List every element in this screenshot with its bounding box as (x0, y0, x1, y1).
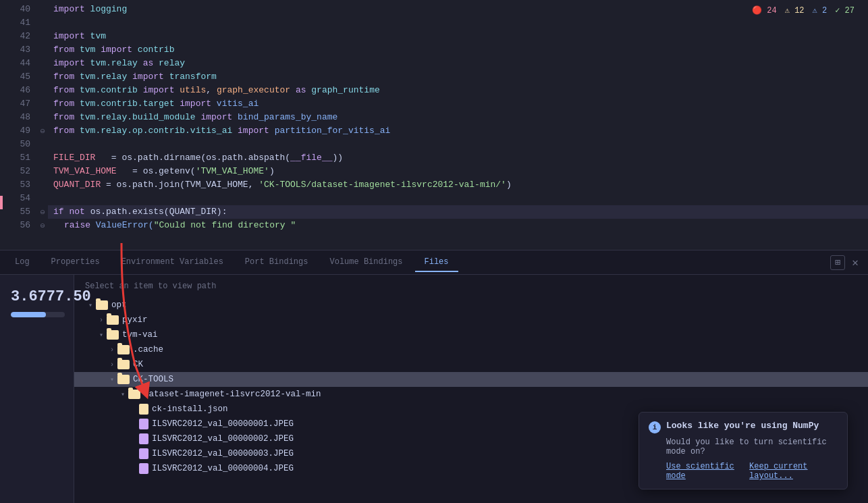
numpy-popup-title-row: i Looks like you're using NumPy (649, 421, 838, 433)
numpy-link-scientific[interactable]: Use scientific mode (666, 462, 742, 481)
tree-label-cache: .cache (133, 345, 163, 354)
tab-environment-variables[interactable]: Environment Variables (112, 253, 233, 272)
stat-panel: 3.6777.50 (0, 275, 74, 503)
chevron-pyxir: › (96, 317, 107, 324)
file-icon-ck-install (139, 404, 148, 415)
chevron-cache: › (107, 346, 117, 354)
tree-label-jpeg4: ILSVRC2012_val_00000004.JPEG (152, 464, 294, 473)
tree-label-jpeg1: ILSVRC2012_val_00000001.JPEG (152, 419, 294, 429)
chevron-ck-tools: ▾ (107, 375, 117, 383)
stat-progress-fill (11, 312, 46, 317)
editor-indicators: 🔴 24 ⚠ 12 ⚠ 2 ✓ 27 (752, 5, 855, 16)
tree-label-opt: opt (111, 300, 127, 310)
path-info: Select an item to view path (74, 282, 868, 298)
stat-progress-bar (11, 312, 65, 317)
chevron-dataset: ▾ (117, 390, 128, 398)
file-icon-jpeg2 (139, 433, 148, 444)
tab-port-bindings[interactable]: Port Bindings (236, 253, 318, 272)
file-icon-jpeg1 (139, 419, 148, 429)
tree-label-ck-tools: CK-TOOLS (133, 375, 173, 384)
folder-icon-pyxir (107, 315, 119, 325)
close-button[interactable]: ✕ (848, 255, 863, 270)
folder-icon-cache (117, 345, 130, 354)
code-editor: 40 41 42 43 44 45 46 47 48 49 50 51 52 5… (0, 0, 868, 250)
error-count: 🔴 24 (752, 5, 777, 16)
tree-item-ck-tools[interactable]: ▾ CK-TOOLS (74, 372, 868, 387)
numpy-popup-heading: Looks like you're using NumPy (666, 421, 819, 431)
folder-icon-tvm-vai (107, 330, 119, 340)
numpy-popup: i Looks like you're using NumPy Would yo… (639, 412, 848, 489)
chevron-ck: › (107, 361, 117, 369)
tree-item-cache[interactable]: › .cache (74, 342, 868, 357)
numpy-link-keep-layout[interactable]: Keep current layout... (749, 462, 838, 481)
folder-icon-opt (96, 300, 108, 310)
ok-count: ✓ 27 (835, 5, 855, 16)
tree-label-ck: CK (133, 360, 143, 369)
tree-label-ck-install: ck-install.json (152, 404, 228, 414)
file-icon-jpeg3 (139, 448, 148, 459)
tree-label-jpeg3: ILSVRC2012_val_00000003.JPEG (152, 449, 294, 458)
tree-label-pyxir: pyxir (122, 315, 148, 325)
line-numbers: 40 41 42 43 44 45 46 47 48 49 50 51 52 5… (0, 0, 37, 250)
info-icon: i (649, 421, 661, 433)
numpy-popup-body: Would you like to turn scientific mode o… (666, 438, 838, 456)
fold-gutter: ⊖ ⊖ ⊖ (37, 0, 48, 250)
chevron-tvm-vai: ▾ (96, 331, 107, 339)
tree-item-ck[interactable]: › CK (74, 357, 868, 372)
tree-item-pyxir[interactable]: › pyxir (74, 313, 868, 327)
tab-bar: Log Properties Environment Variables Por… (0, 250, 868, 275)
expand-button[interactable]: ⊞ (830, 255, 845, 270)
tree-item-tvm-vai[interactable]: ▾ tvm-vai (74, 327, 868, 342)
code-lines: import logging import tvm from tvm impor… (48, 0, 868, 250)
chevron-opt: ▾ (85, 301, 96, 309)
folder-icon-ck (117, 360, 130, 369)
error-marker (0, 196, 3, 209)
folder-icon-dataset (128, 390, 140, 399)
tree-item-opt[interactable]: ▾ opt (74, 298, 868, 313)
tab-files[interactable]: Files (415, 253, 458, 272)
info-count: ⚠ 2 (813, 5, 828, 16)
tree-item-dataset[interactable]: ▾ dataset-imagenet-ilsvrc2012-val-min (74, 387, 868, 402)
tree-label-jpeg2: ILSVRC2012_val_00000002.JPEG (152, 434, 294, 444)
numpy-popup-links: Use scientific mode Keep current layout.… (666, 462, 838, 481)
file-icon-jpeg4 (139, 463, 148, 474)
tree-label-dataset: dataset-imagenet-ilsvrc2012-val-min (144, 390, 321, 399)
tree-label-tvm-vai: tvm-vai (122, 330, 158, 340)
folder-icon-ck-tools (117, 375, 130, 384)
tab-volume-bindings[interactable]: Volume Bindings (320, 253, 412, 272)
warning-count: ⚠ 12 (785, 5, 805, 16)
tab-log[interactable]: Log (5, 253, 39, 272)
tab-properties[interactable]: Properties (42, 253, 109, 272)
